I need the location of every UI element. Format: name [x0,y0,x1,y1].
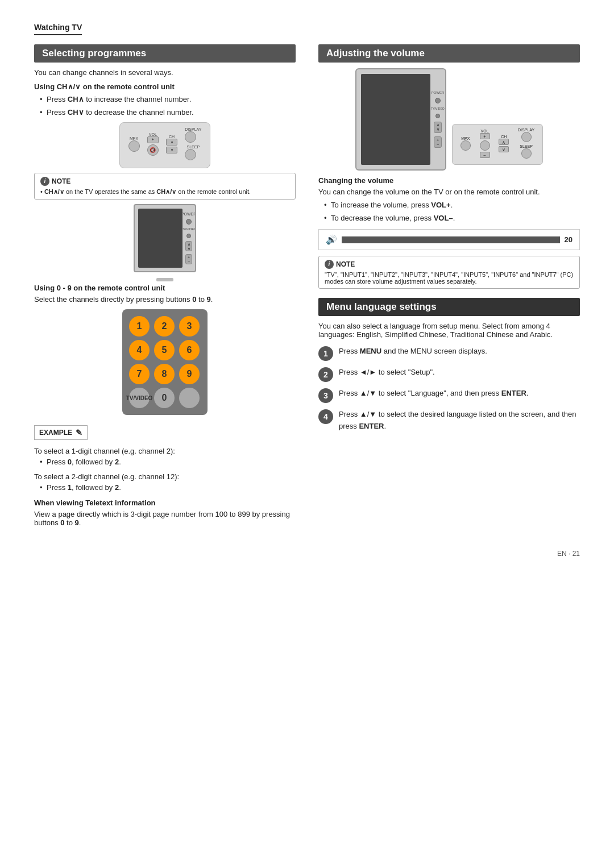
ch-up-item: Press CH∧ to increase the channel number… [40,94,296,105]
example-2-press: Press 1, followed by 2. [40,482,296,493]
step-1-text: Press MENU and the MENU screen displays. [339,346,487,358]
ch-note-title: i NOTE [40,177,289,186]
example-1-press: Press 0, followed by 2. [40,456,296,468]
step-1-num: 1 [318,346,333,361]
teletext-text: View a page directly which is 3-digit pa… [34,510,296,527]
step-2-row: 2 Press ◄/► to select "Setup". [318,367,580,382]
step-3-text: Press ▲/▼ to select "Language", and then… [339,388,528,400]
adjusting-title: Adjusting the volume [318,44,580,63]
tv-body-ch: POWER TV/VIDEO ∧∨ +− [134,204,196,278]
remote-ch-down: ∨ [499,146,509,152]
tv-vol-illustration: POWER TV/VIDEO ∧∨ +− [318,68,580,171]
using-0-9-text: Select the channels directly by pressing… [34,295,296,304]
vol-number: 20 [565,235,572,244]
ch-up-btn: ∧ [166,139,177,146]
tv-ch-illustration: POWER TV/VIDEO ∧∨ +− [34,204,296,278]
watching-tv-label: Watching TV [34,23,82,35]
example-box: EXAMPLE ✎ [34,425,88,440]
display-btn [185,131,196,143]
vol-increase-item: To increase the volume, press VOL+. [324,200,580,211]
key-0: 0 [154,388,175,408]
step-3-num: 3 [318,388,333,403]
remote-mpx [460,140,471,151]
example-1-bullets: Press 0, followed by 2. [34,456,296,468]
ch-bullets: Press CH∧ to increase the channel number… [34,94,296,118]
selecting-title: Selecting programmes [34,44,296,63]
sleep-btn [185,149,196,160]
vol-note-icon: i [325,260,334,269]
vol-plus-btn: + [147,136,159,143]
watching-tv-header: Watching TV [34,23,580,44]
remote-vol-minus: − [480,152,490,158]
key-6: 6 [179,340,200,360]
key-9: 9 [179,364,200,384]
ch-note-text: • CH∧/∨ on the TV operates the same as C… [40,188,289,196]
remote-vol-panel: MPX VOL + − CH [452,124,543,165]
example-icon: ✎ [76,428,82,437]
tv-ch-knob: ∧∨ [185,241,192,251]
menu-lang-intro: You can also select a language from setu… [318,322,580,339]
key-4: 4 [129,340,150,360]
tv-vol-vol-knob: +− [434,136,442,148]
vol-speaker-icon: 🔊 [326,234,337,245]
tv-power-btn [186,219,192,225]
tv-vol-body: POWER TV/VIDEO ∧∨ +− [355,68,446,171]
step-4-num: 4 [318,409,333,424]
example-container: EXAMPLE ✎ [34,421,296,442]
key-1: 1 [129,316,150,337]
keypad-grid: 1 2 3 4 5 6 7 8 9 TV/VIDEO 0 [129,316,201,408]
key-8: 8 [154,364,175,384]
example-2-bullets: Press 1, followed by 2. [34,482,296,493]
teletext-title: When viewing Teletext information [34,499,296,507]
example-1-digit: To select a 1-digit channel (e.g. channe… [34,447,296,455]
key-7: 7 [129,364,150,384]
menu-lang-title: Menu language settings [318,298,580,316]
ch-down-btn: ∨ [166,147,177,153]
remote-display [521,132,532,142]
selecting-section: Selecting programmes You can change chan… [34,44,296,527]
step-4-row: 4 Press ▲/▼ to select the desired langua… [318,409,580,433]
vol-note-box: i NOTE "TV", "INPUT1", "INPUT2", "INPUT3… [318,256,580,289]
right-column: Adjusting the volume POWER TV/VIDEO ∧∨ [318,44,580,527]
step-4-text: Press ▲/▼ to select the desired language… [339,409,580,433]
tv-vol-knob: +− [185,254,192,264]
ch-down-item: Press CH∨ to decrease the channel number… [40,107,296,118]
mute-btn: 🔇 [147,144,159,156]
vol-decrease-item: To decrease the volume, press VOL–. [324,213,580,224]
note-icon: i [40,177,49,186]
remote-vol-mute [480,140,490,151]
vol-bullets: To increase the volume, press VOL+. To d… [318,200,580,223]
step-2-num: 2 [318,367,333,382]
remote-ch-up: ∧ [499,139,509,145]
mpx-btn [128,140,140,152]
remote-vol-plus: + [480,133,490,139]
vol-note-text: "TV", "INPUT1", "INPUT2", "INPUT3", "INP… [325,271,574,285]
vol-bar-container: 🔊 20 [318,229,580,250]
tv-power-vol [435,98,441,103]
step-2-text: Press ◄/► to select "Setup". [339,367,435,379]
key-3: 3 [179,316,200,337]
remote-top-illustration: MPX VOL + 🔇 CH ∧ ∨ [34,122,296,168]
step-3-row: 3 Press ▲/▼ to select "Language", and th… [318,388,580,403]
example-2-digit: To select a 2-digit channel (e.g. channe… [34,472,296,481]
tv-tvvideo-btn [186,234,191,238]
key-5: 5 [154,340,175,360]
using-0-9-title: Using 0 - 9 on the remote control unit [34,284,296,292]
remote-sleep [521,148,532,159]
tv-ch-vol-knob: ∧∨ [434,122,442,133]
key-2: 2 [154,316,175,337]
ch-note-box: i NOTE • CH∧/∨ on the TV operates the sa… [34,173,296,200]
tv-tvvideo-vol [435,114,440,118]
changing-vol-text: You can change the volume on the TV or o… [318,188,580,196]
changing-vol-title: Changing the volume [318,176,580,185]
remote-top-panel: MPX VOL + 🔇 CH ∧ ∨ [119,122,210,168]
keypad-illustration: 1 2 3 4 5 6 7 8 9 TV/VIDEO 0 [34,309,296,415]
selecting-intro: You can change channels in several ways. [34,68,296,77]
key-tvvideo: TV/VIDEO [129,388,150,408]
step-1-row: 1 Press MENU and the MENU screen display… [318,346,580,361]
page-footer: EN · 21 [34,550,580,558]
using-ch-title: Using CH∧/∨ on the remote control unit [34,82,296,91]
key-blank [179,388,200,408]
vol-note-title: i NOTE [325,260,574,269]
vol-bar [342,236,560,243]
